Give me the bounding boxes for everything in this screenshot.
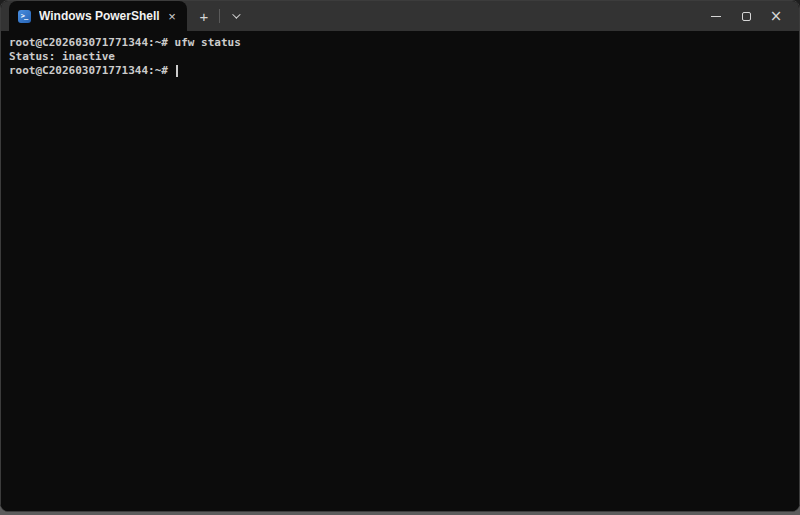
terminal-window: >_ Windows PowerShell × + × root@C202603… bbox=[0, 0, 800, 512]
maximize-button[interactable] bbox=[731, 1, 761, 31]
titlebar: >_ Windows PowerShell × + × bbox=[1, 1, 799, 31]
close-button[interactable]: × bbox=[761, 1, 791, 31]
minimize-icon bbox=[711, 16, 721, 17]
close-icon: × bbox=[770, 9, 783, 24]
titlebar-drag-region[interactable] bbox=[248, 1, 701, 31]
new-tab-button[interactable]: + bbox=[191, 1, 217, 31]
tab-dropdown-button[interactable] bbox=[222, 1, 248, 31]
window-controls: × bbox=[701, 1, 799, 31]
terminal-content[interactable]: root@C202603071771344:~# ufw status Stat… bbox=[1, 31, 799, 511]
chevron-down-icon bbox=[232, 10, 240, 18]
tab-close-button[interactable]: × bbox=[163, 7, 181, 25]
maximize-icon bbox=[742, 12, 751, 21]
terminal-line-output: Status: inactive bbox=[9, 50, 791, 64]
powershell-icon: >_ bbox=[18, 10, 31, 23]
tab-title: Windows PowerShell bbox=[39, 9, 163, 23]
prompt-text: root@C202603071771344:~# bbox=[9, 64, 175, 77]
terminal-cursor bbox=[176, 65, 178, 77]
tabbar-divider bbox=[219, 9, 220, 23]
terminal-line-prompt: root@C202603071771344:~# bbox=[9, 64, 791, 78]
terminal-line-command: root@C202603071771344:~# ufw status bbox=[9, 36, 791, 50]
minimize-button[interactable] bbox=[701, 1, 731, 31]
tab-windows-powershell[interactable]: >_ Windows PowerShell × bbox=[9, 1, 187, 31]
